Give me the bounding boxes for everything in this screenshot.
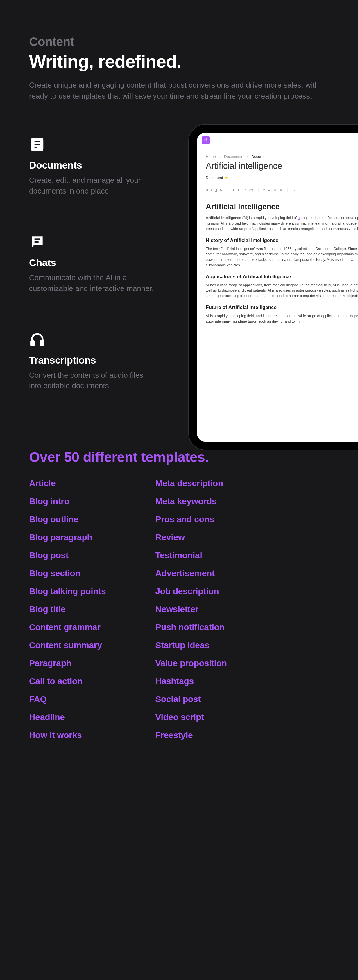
template-link[interactable]: Meta keywords — [155, 496, 227, 506]
quote-button[interactable]: ❝ — [245, 188, 246, 192]
headphones-icon — [29, 331, 45, 348]
eyebrow: Content — [29, 35, 329, 49]
doc-h4: Future of Artificial Intelligence — [206, 305, 358, 310]
template-link[interactable]: Blog intro — [29, 496, 106, 506]
template-link[interactable]: Freestyle — [155, 730, 227, 740]
code-button[interactable]: </> — [249, 188, 254, 192]
feature-desc: Create, edit, and manage all your docume… — [29, 175, 154, 196]
feature-chats: Chats Communicate with the AI in a custo… — [29, 234, 154, 294]
template-link[interactable]: How it works — [29, 730, 106, 740]
list-ul-button[interactable]: ≡ — [263, 188, 265, 192]
underline-button[interactable]: U — [215, 188, 217, 192]
doc-paragraph: AI has a wide range of applications, fro… — [206, 283, 358, 299]
svg-rect-6 — [31, 341, 34, 345]
doc-h1: Artificial Intelligence — [206, 202, 358, 211]
template-link[interactable]: Pros and cons — [155, 514, 227, 524]
template-link[interactable]: Blog post — [29, 550, 106, 560]
features-section: Documents Create, edit, and manage all y… — [29, 136, 329, 391]
feature-title: Transcriptions — [29, 355, 154, 366]
hero-title: Writing, redefined. — [29, 51, 329, 72]
doc-h2: History of Artificial Intelligence — [206, 238, 358, 243]
feature-transcriptions: Transcriptions Convert the contents of a… — [29, 331, 154, 391]
template-link[interactable]: Startup ideas — [155, 640, 227, 650]
bold-button[interactable]: B — [206, 188, 208, 192]
tablet-topbar — [197, 133, 358, 147]
template-link[interactable]: Push notification — [155, 622, 227, 632]
templates-grid: ArticleBlog introBlog outlineBlog paragr… — [29, 478, 329, 740]
document-body: Artificial Intelligence Artificial Intel… — [206, 202, 358, 324]
feature-title: Documents — [29, 159, 154, 171]
template-link[interactable]: Article — [29, 478, 106, 488]
feature-desc: Communicate with the AI in a customizabl… — [29, 272, 154, 294]
document-icon — [29, 136, 45, 153]
tab-document[interactable]: Document — [206, 175, 223, 180]
template-link[interactable]: Testimonial — [155, 550, 227, 560]
feature-desc: Convert the contents of audio files into… — [29, 370, 154, 391]
template-link[interactable]: Value proposition — [155, 658, 227, 668]
template-link[interactable]: Job description — [155, 586, 227, 596]
template-link[interactable]: Newsletter — [155, 604, 227, 614]
outdent-button[interactable]: |← — [299, 188, 304, 192]
doc-paragraph: Artificial Intelligence (AI) is a rapidl… — [206, 215, 358, 232]
align-left-button[interactable]: ⫷ — [273, 188, 276, 192]
template-link[interactable]: Headline — [29, 712, 106, 722]
editor-toolbar: B I U S̶ H₁ H₂ ❝ </> ≡ ≣ — [206, 186, 358, 196]
star-icon[interactable]: ★ — [225, 175, 228, 180]
doc-h3: Applications of Artificial Intelligence — [206, 274, 358, 280]
doc-paragraph: AI is a rapidly developing field, and it… — [206, 313, 358, 325]
breadcrumb-documents[interactable]: Documents — [224, 154, 243, 159]
svg-rect-8 — [205, 139, 207, 141]
template-link[interactable]: Blog paragraph — [29, 532, 106, 542]
chevron-right-icon: › — [247, 154, 248, 159]
breadcrumb-current: Document — [251, 154, 268, 159]
chevron-right-icon: › — [219, 154, 221, 159]
template-link[interactable]: Blog outline — [29, 514, 106, 524]
template-link[interactable]: Meta description — [155, 478, 227, 488]
hero-description: Create unique and engaging content that … — [29, 80, 320, 102]
template-link[interactable]: Blog title — [29, 604, 106, 614]
breadcrumb-home[interactable]: Home — [206, 154, 216, 159]
template-link[interactable]: Paragraph — [29, 658, 106, 668]
h2-button[interactable]: H₂ — [238, 188, 241, 192]
italic-button[interactable]: I — [211, 188, 212, 192]
chat-icon — [29, 234, 45, 250]
template-link[interactable]: Content grammar — [29, 622, 106, 632]
h1-button[interactable]: H₁ — [232, 188, 235, 192]
breadcrumb: Home › Documents › Document — [206, 154, 358, 159]
strike-button[interactable]: S̶ — [220, 188, 222, 192]
template-link[interactable]: Call to action — [29, 676, 106, 686]
document-tabs: Document ★ — [206, 175, 358, 183]
template-link[interactable]: Advertisement — [155, 568, 227, 578]
align-right-button[interactable]: ⫸ — [280, 188, 283, 192]
template-link[interactable]: Review — [155, 532, 227, 542]
template-link[interactable]: Social post — [155, 694, 227, 704]
template-link[interactable]: Hashtags — [155, 676, 227, 686]
document-title: Artificial intelligence — [206, 161, 358, 171]
indent-button[interactable]: →| — [292, 188, 296, 192]
feature-title: Chats — [29, 257, 154, 268]
template-link[interactable]: Blog section — [29, 568, 106, 578]
template-link[interactable]: Content summary — [29, 640, 106, 650]
templates-title: Over 50 different templates. — [29, 449, 329, 465]
template-link[interactable]: Video script — [155, 712, 227, 722]
svg-rect-7 — [41, 341, 43, 345]
doc-paragraph: The term "artificial intelligence" was f… — [206, 246, 358, 268]
template-link[interactable]: FAQ — [29, 694, 106, 704]
feature-documents: Documents Create, edit, and manage all y… — [29, 136, 154, 196]
template-link[interactable]: Blog talking points — [29, 586, 106, 596]
app-logo-icon — [202, 136, 210, 144]
tablet-mockup: Home › Documents › Document Artificial i… — [189, 125, 358, 450]
list-ol-button[interactable]: ≣ — [268, 188, 270, 192]
